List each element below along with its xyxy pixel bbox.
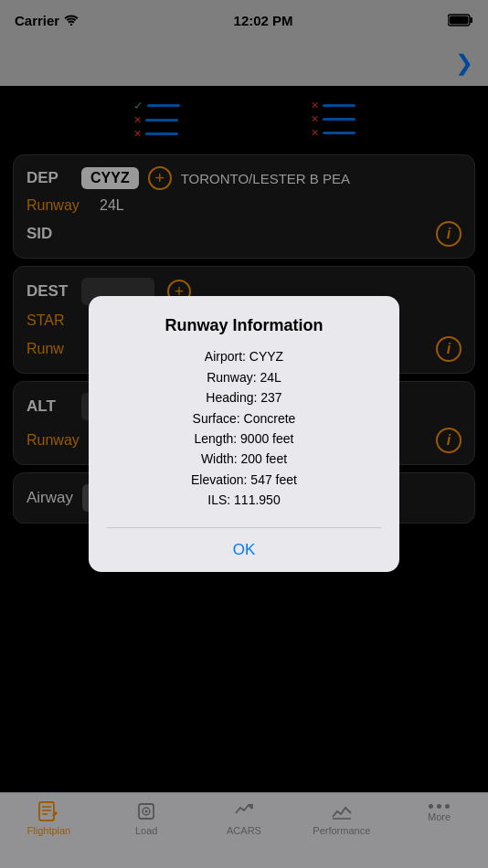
modal-length: Length: 9000 feet: [191, 429, 297, 449]
modal-ils: ILS: 111.950: [191, 490, 297, 510]
modal-runway: Runway: 24L: [191, 367, 297, 387]
modal-surface: Surface: Concrete: [191, 408, 297, 429]
modal-width: Width: 200 feet: [191, 449, 297, 469]
modal-body: Airport: CYYZ Runway: 24L Heading: 237 S…: [191, 346, 297, 510]
modal-title: Runway Information: [164, 316, 323, 335]
modal-elevation: Elevation: 547 feet: [191, 470, 297, 490]
modal-heading: Heading: 237: [191, 387, 297, 408]
modal-ok-button[interactable]: OK: [107, 528, 381, 572]
modal-overlay: Runway Information Airport: CYYZ Runway:…: [0, 0, 488, 868]
modal-airport: Airport: CYYZ: [191, 346, 297, 366]
runway-info-dialog: Runway Information Airport: CYYZ Runway:…: [89, 296, 399, 571]
